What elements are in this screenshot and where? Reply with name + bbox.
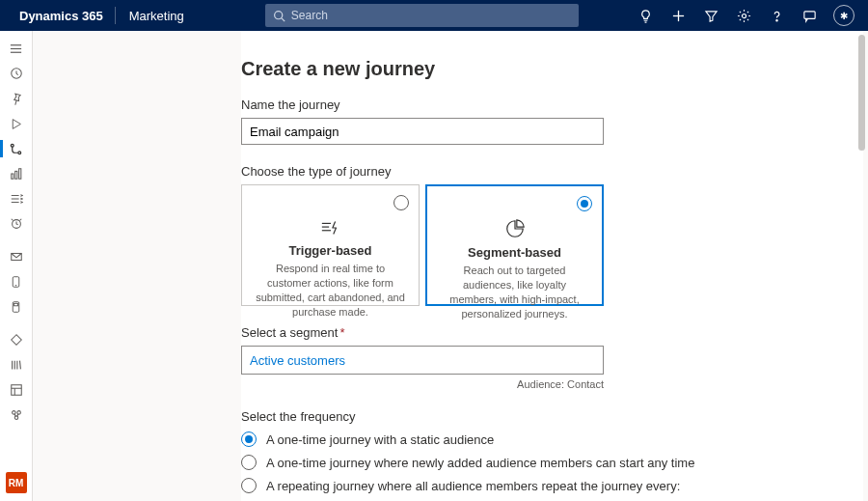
nav-push-icon[interactable] [3, 295, 30, 319]
nav-pin-icon[interactable] [3, 87, 30, 110]
chat-icon[interactable] [800, 7, 818, 24]
help-icon[interactable] [768, 7, 785, 24]
svg-point-5 [775, 19, 776, 20]
radio-unchecked-icon [241, 478, 257, 493]
svg-rect-14 [14, 171, 16, 179]
card-trigger-based[interactable]: Trigger-based Respond in real time to cu… [241, 184, 420, 306]
create-journey-panel: Create a new journey Name the journey Ch… [241, 31, 863, 501]
nav-email-icon[interactable] [3, 245, 30, 268]
plus-icon[interactable] [669, 7, 687, 24]
segment-value: Active customers [250, 353, 345, 368]
nav-play-icon[interactable] [3, 112, 30, 135]
frequency-label: Select the frequency [241, 409, 863, 424]
svg-point-11 [11, 144, 14, 147]
svg-line-35 [14, 414, 15, 417]
trigger-icon [256, 218, 405, 237]
freq-option-label: A one-time journey where newly added aud… [266, 456, 694, 470]
segment-section: Select a segment* Active customers Audie… [241, 325, 863, 390]
audience-hint: Audience: Contact [241, 378, 604, 390]
radio-unchecked-icon [241, 455, 257, 470]
nav-hamburger-icon[interactable] [3, 37, 30, 60]
segment-input[interactable]: Active customers [241, 346, 604, 375]
search-icon [273, 10, 285, 22]
top-bar: Dynamics 365 Marketing ✱ [0, 0, 868, 31]
card-title: Trigger-based [256, 243, 405, 258]
nav-triggers-icon[interactable] [3, 212, 30, 236]
radio-unchecked-icon [393, 195, 409, 210]
card-desc: Respond in real time to customer actions… [256, 262, 405, 319]
name-section: Name the journey [241, 97, 863, 145]
filter-icon[interactable] [702, 7, 719, 24]
freq-option-label: A repeating journey where all audience m… [266, 479, 680, 493]
nav-forms-icon[interactable] [3, 328, 30, 351]
svg-point-12 [18, 151, 21, 153]
search-input[interactable] [291, 9, 571, 22]
nav-consent-icon[interactable] [3, 404, 30, 427]
freq-option-label: A one-time journey with a static audienc… [266, 432, 494, 447]
svg-rect-24 [14, 303, 17, 305]
global-search[interactable] [265, 4, 579, 27]
scrollbar-thumb[interactable] [858, 35, 865, 151]
type-label: Choose the type of journey [241, 164, 863, 179]
nav-recent-icon[interactable] [3, 62, 30, 85]
lightbulb-icon[interactable] [637, 7, 654, 24]
svg-line-36 [16, 414, 17, 417]
freq-option-repeating[interactable]: A repeating journey where all audience m… [241, 478, 863, 493]
freq-option-onetime-ongoing[interactable]: A one-time journey where newly added aud… [241, 455, 863, 470]
nav-analytics-icon[interactable] [3, 162, 30, 185]
page-area: Create a new journey Name the journey Ch… [33, 31, 868, 501]
svg-line-28 [19, 361, 20, 370]
radio-checked-icon [241, 431, 257, 447]
segment-icon [440, 218, 589, 239]
svg-point-0 [274, 11, 282, 18]
nav-template-icon[interactable] [3, 378, 30, 402]
frequency-section: Select the frequency A one-time journey … [241, 409, 863, 501]
svg-line-1 [282, 17, 285, 20]
name-label: Name the journey [241, 97, 863, 112]
app-name: Marketing [116, 9, 198, 23]
nav-channels-icon[interactable] [3, 187, 30, 210]
top-actions: ✱ [637, 5, 860, 26]
type-section: Choose the type of journey Trigger-based… [241, 164, 863, 306]
freq-option-onetime-static[interactable]: A one-time journey with a static audienc… [241, 431, 863, 447]
card-title: Segment-based [440, 245, 589, 260]
journey-name-input[interactable] [241, 118, 604, 145]
left-nav: RM [0, 31, 33, 501]
svg-rect-13 [11, 174, 13, 179]
nav-sms-icon[interactable] [3, 270, 30, 293]
radio-checked-icon [577, 196, 592, 211]
svg-rect-29 [11, 385, 21, 396]
avatar[interactable]: ✱ [833, 5, 854, 26]
card-segment-based[interactable]: Segment-based Reach out to targeted audi… [425, 184, 604, 306]
user-badge[interactable]: RM [6, 472, 27, 493]
nav-journeys-icon[interactable] [3, 137, 30, 160]
nav-library-icon[interactable] [3, 353, 30, 376]
segment-label: Select a segment* [241, 325, 863, 340]
card-desc: Reach out to targeted audiences, like lo… [440, 264, 589, 320]
gear-icon[interactable] [735, 7, 752, 24]
svg-rect-15 [18, 169, 20, 180]
page-title: Create a new journey [241, 58, 863, 80]
brand-label: Dynamics 365 [8, 9, 115, 23]
svg-rect-6 [803, 11, 814, 18]
svg-point-4 [742, 14, 746, 17]
